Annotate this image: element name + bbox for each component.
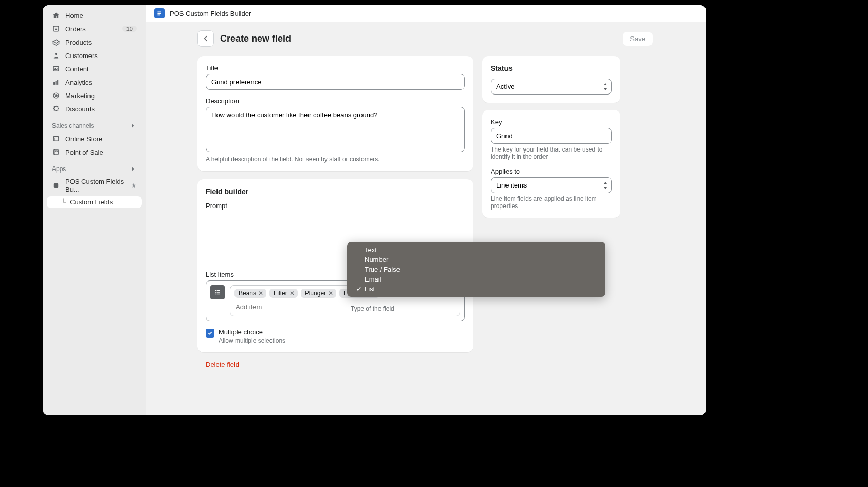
nav-pos-app[interactable]: POS Custom Fields Bu... [47, 176, 142, 195]
svg-rect-12 [54, 183, 58, 188]
section-label: Sales channels [52, 122, 94, 129]
multiple-choice-checkbox[interactable] [206, 329, 214, 338]
dropdown-option[interactable]: ✓List [347, 284, 605, 294]
sales-channels-header[interactable]: Sales channels [47, 116, 142, 132]
svg-rect-17 [215, 294, 216, 294]
app-icon [52, 181, 60, 190]
key-input[interactable] [491, 128, 612, 144]
nav-label: Orders [65, 25, 117, 33]
svg-point-1 [55, 53, 57, 55]
orders-icon [52, 25, 60, 33]
type-help-text: Type of the field [351, 305, 394, 312]
status-select[interactable]: Active [491, 79, 612, 95]
dropdown-option-label: Number [365, 256, 388, 264]
app-window: Home Orders 10 Products Customers Conten… [43, 5, 706, 415]
chevron-right-icon [130, 122, 137, 129]
list-icon [210, 285, 225, 299]
nav-label: POS Custom Fields Bu... [65, 178, 125, 193]
status-card: Status Active [482, 56, 620, 103]
multiple-choice-row: Multiple choice Allow multiple selection… [206, 328, 465, 344]
svg-rect-4 [53, 82, 55, 85]
nav-label: Marketing [65, 92, 137, 100]
pin-icon[interactable] [131, 182, 137, 189]
home-icon [52, 11, 60, 20]
description-label: Description [206, 97, 465, 105]
orders-badge: 10 [122, 26, 137, 32]
save-button[interactable]: Save [623, 32, 653, 46]
nav-label: Point of Sale [65, 148, 137, 156]
tag-label: Plunger [305, 290, 326, 297]
key-label: Key [491, 118, 612, 126]
nav-orders[interactable]: Orders 10 [47, 23, 142, 35]
nav-products[interactable]: Products [47, 36, 142, 48]
main-area: POS Custom Fields Builder Create new fie… [146, 5, 706, 415]
back-button[interactable] [197, 30, 214, 47]
tag-remove-icon[interactable]: ✕ [290, 290, 295, 297]
svg-rect-14 [217, 290, 220, 291]
description-textarea[interactable]: How would the customer like their coffee… [206, 107, 465, 152]
analytics-icon [52, 78, 60, 86]
customers-icon [52, 51, 60, 60]
nav-analytics[interactable]: Analytics [47, 76, 142, 88]
nav-content[interactable]: Content [47, 63, 142, 75]
section-label: Apps [52, 165, 66, 173]
app-name-label: POS Custom Fields Builder [170, 10, 251, 17]
dropdown-option[interactable]: Email [347, 274, 605, 284]
check-icon: ✓ [356, 285, 361, 293]
tag-remove-icon[interactable]: ✕ [328, 290, 333, 297]
title-label: Title [206, 64, 465, 72]
svg-rect-16 [217, 292, 220, 292]
dropdown-option[interactable]: True / False [347, 265, 605, 274]
nav-customers[interactable]: Customers [47, 49, 142, 62]
nav-label: Analytics [65, 79, 137, 86]
products-icon [52, 38, 60, 46]
nav-label: Content [65, 65, 137, 73]
svg-rect-15 [215, 292, 216, 292]
applies-to-select[interactable]: Line items [491, 177, 612, 193]
title-input[interactable] [206, 74, 465, 90]
nav-home[interactable]: Home [47, 9, 142, 22]
page-header: Create new field Save [197, 30, 653, 48]
dropdown-option-label: List [365, 285, 375, 293]
dropdown-option-label: Text [365, 246, 377, 254]
tag-label: Filter [274, 290, 287, 297]
title-card: Title Description How would the customer… [197, 56, 473, 171]
dropdown-option-label: True / False [365, 266, 400, 273]
key-help: The key for your field that can be used … [491, 146, 612, 160]
applies-to-help: Line item fields are applied as line ite… [491, 195, 612, 210]
type-dropdown: TextNumberTrue / FalseEmail✓List [347, 242, 605, 297]
add-item-input[interactable] [234, 301, 456, 313]
pos-icon [52, 148, 60, 156]
dropdown-option[interactable]: Text [347, 245, 605, 255]
multiple-choice-help: Allow multiple selections [219, 337, 285, 344]
right-column: Status Active Key The key for your [482, 56, 620, 218]
nav-point-of-sale[interactable]: Point of Sale [47, 146, 142, 158]
nav-label: Online Store [65, 135, 137, 143]
dropdown-option-label: Email [365, 275, 382, 283]
dropdown-option[interactable]: Number [347, 255, 605, 265]
tag: Plunger✕ [301, 289, 336, 298]
content: Create new field Save Title Description … [146, 22, 706, 377]
chevron-right-icon [130, 165, 137, 173]
svg-rect-5 [56, 81, 57, 85]
nav-label: Custom Fields [70, 198, 113, 206]
status-heading: Status [491, 64, 612, 72]
nav-discounts[interactable]: Discounts [47, 103, 142, 115]
nav-marketing[interactable]: Marketing [47, 89, 142, 102]
nav-label: Discounts [65, 105, 137, 113]
nav-custom-fields[interactable]: └ Custom Fields [47, 196, 142, 208]
sidebar: Home Orders 10 Products Customers Conten… [43, 5, 146, 415]
prompt-label: Prompt [206, 202, 465, 210]
svg-point-3 [55, 68, 55, 69]
tag-remove-icon[interactable]: ✕ [258, 290, 263, 297]
content-icon [52, 65, 60, 73]
delete-field-link[interactable]: Delete field [197, 361, 473, 368]
discounts-icon [52, 105, 60, 113]
store-icon [52, 135, 60, 143]
apps-header[interactable]: Apps [47, 159, 142, 175]
key-card: Key The key for your field that can be u… [482, 110, 620, 218]
nav-online-store[interactable]: Online Store [47, 133, 142, 145]
nav-label: Customers [65, 52, 137, 60]
tag-label: Beans [239, 290, 256, 297]
svg-rect-0 [53, 26, 59, 31]
